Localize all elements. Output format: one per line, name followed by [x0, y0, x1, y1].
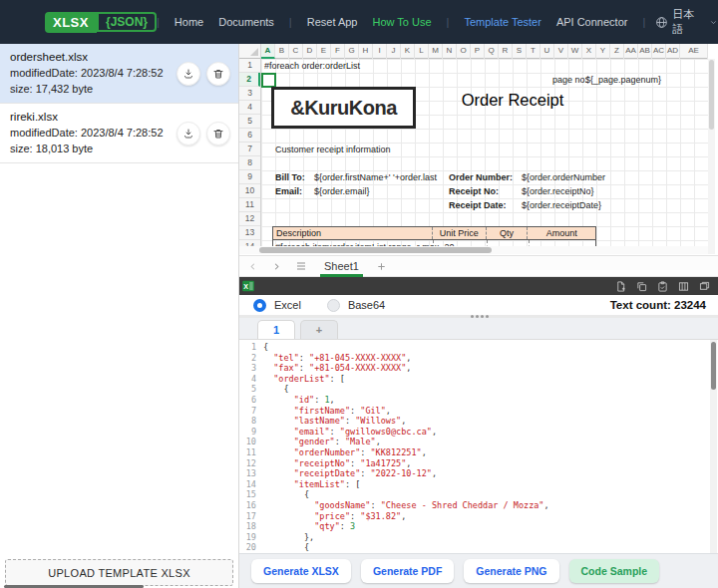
nav-item-home[interactable]: Home	[175, 16, 203, 28]
row-header-11[interactable]: 11	[239, 198, 260, 212]
column-header-D[interactable]: D	[303, 44, 317, 59]
row-header-7[interactable]: 7	[239, 143, 260, 156]
nav-item-documents[interactable]: Documents	[218, 16, 274, 28]
column-header-Q[interactable]: Q	[485, 44, 499, 59]
row-header-6[interactable]: 6	[239, 129, 260, 143]
radio-excel[interactable]	[253, 299, 266, 312]
cell-customer-info[interactable]: Customer receipt information	[275, 143, 391, 156]
cell-email-label[interactable]: Email:	[275, 184, 302, 198]
cell-receipt-no-label[interactable]: Receipt No:	[449, 184, 499, 198]
cell-page-num[interactable]: ${_page.pagenum}	[585, 73, 661, 87]
column-header-J[interactable]: J	[387, 44, 401, 59]
delete-file-button[interactable]	[206, 62, 230, 86]
column-header-L[interactable]: L	[415, 44, 429, 59]
sheet-vertical-scrollbar[interactable]	[708, 59, 715, 254]
copy-icon[interactable]	[636, 281, 647, 292]
column-header-AB[interactable]: AB	[638, 44, 652, 59]
columns-icon[interactable]	[678, 281, 689, 292]
row-header-2[interactable]: 2	[239, 73, 260, 87]
cell-order-number-value[interactable]: ${order.orderNumber	[522, 170, 605, 184]
json-tab-1[interactable]: 1	[257, 320, 295, 339]
column-header-A[interactable]: A	[261, 44, 275, 59]
column-header-AA[interactable]: AA	[624, 44, 638, 59]
editor-scrollbar[interactable]	[710, 340, 717, 553]
nav-item-template-tester[interactable]: Template Tester	[464, 16, 540, 28]
selected-cell[interactable]	[261, 73, 276, 88]
cell-page-no-label[interactable]: page no:	[552, 73, 587, 87]
cell-order-number-label[interactable]: Order Number:	[449, 170, 513, 184]
column-header-Y[interactable]: Y	[596, 44, 610, 59]
column-header-P[interactable]: P	[471, 44, 485, 59]
column-header-B[interactable]: B	[275, 44, 289, 59]
radio-excel-label[interactable]: Excel	[274, 299, 301, 311]
table-header-amount[interactable]: Amount	[528, 227, 595, 239]
delete-file-button[interactable]	[206, 122, 230, 146]
column-header-C[interactable]: C	[289, 44, 303, 59]
clipboard-check-icon[interactable]	[657, 281, 668, 292]
sheet-horizontal-scrollbar[interactable]	[239, 246, 708, 254]
column-header-Z[interactable]: Z	[610, 44, 624, 59]
radio-base64-label[interactable]: Base64	[348, 299, 385, 311]
generate-png-button[interactable]: Generate PNG	[464, 559, 558, 583]
column-header-I[interactable]: I	[373, 44, 387, 59]
spreadsheet-preview[interactable]: ABCDEFGHIJKLMNOPQRSTUVWXYZAAABACADAE 123…	[239, 44, 718, 255]
sheet-tab-sheet1[interactable]: Sheet1	[320, 255, 363, 277]
table-header-qty[interactable]: Qty	[487, 227, 529, 239]
new-file-icon[interactable]	[615, 281, 626, 292]
download-file-button[interactable]	[177, 122, 200, 146]
column-header-H[interactable]: H	[359, 44, 373, 59]
column-header-O[interactable]: O	[457, 44, 471, 59]
row-header-9[interactable]: 9	[239, 170, 260, 184]
column-header-T[interactable]: T	[527, 44, 540, 59]
row-header-4[interactable]: 4	[239, 101, 260, 115]
column-header-E[interactable]: E	[317, 44, 331, 59]
table-header-unit-price[interactable]: Unit Price	[433, 227, 487, 239]
nav-item-api-connector[interactable]: API Connector	[556, 16, 628, 28]
kurukona-logo[interactable]: &KuruKona	[271, 87, 416, 129]
row-header-1[interactable]: 1	[239, 59, 260, 73]
radio-base64[interactable]	[327, 299, 340, 312]
add-sheet-icon[interactable]	[376, 261, 387, 272]
window-icon[interactable]	[699, 281, 710, 292]
column-header-R[interactable]: R	[499, 44, 513, 59]
column-header-M[interactable]: M	[429, 44, 443, 59]
cell-bill-to-value[interactable]: ${order.firstName+' '+order.last	[314, 170, 437, 184]
select-all-corner[interactable]	[239, 44, 261, 59]
column-header-S[interactable]: S	[513, 44, 527, 59]
column-header-G[interactable]: G	[345, 44, 359, 59]
cell-receipt-no-value[interactable]: ${order.receiptNo}	[522, 184, 594, 198]
column-header-W[interactable]: W	[568, 44, 582, 59]
cell-bill-to-label[interactable]: Bill To:	[275, 170, 305, 184]
sheet-menu-icon[interactable]	[295, 260, 307, 272]
row-header-8[interactable]: 8	[239, 156, 260, 170]
generate-xlsx-button[interactable]: Generate XLSX	[251, 559, 351, 583]
code-sample-button[interactable]: Code Sample	[569, 559, 660, 583]
row-header-3[interactable]: 3	[239, 87, 260, 101]
file-list-item[interactable]: ordersheet.xlsx modifiedDate: 2023/8/4 7…	[0, 44, 238, 104]
column-header-X[interactable]: X	[582, 44, 596, 59]
file-list-item[interactable]: rireki.xlsx modifiedDate: 2023/8/4 7:28:…	[0, 104, 238, 163]
upload-template-button[interactable]: UPLOAD TEMPLATE XLSX	[5, 559, 233, 586]
generate-pdf-button[interactable]: Generate PDF	[361, 559, 454, 583]
column-header-F[interactable]: F	[331, 44, 345, 59]
sheet-next-icon[interactable]	[271, 261, 282, 272]
nav-item-reset-app[interactable]: Reset App	[307, 16, 358, 28]
column-header-U[interactable]: U	[540, 44, 554, 59]
row-header-10[interactable]: 10	[239, 184, 260, 198]
row-header-13[interactable]: 13	[239, 226, 260, 240]
json-editor[interactable]: 1{2 "tel": "+81-045-XXXX-XXXX",3 "fax": …	[239, 340, 718, 553]
cell-receipt-date-label[interactable]: Receipt Date:	[449, 198, 507, 212]
table-header-description[interactable]: Description	[273, 227, 433, 239]
add-json-tab[interactable]: +	[300, 320, 338, 339]
column-header-N[interactable]: N	[443, 44, 457, 59]
cell-foreach-order[interactable]: #foreach order:orderList	[264, 59, 360, 73]
language-selector[interactable]: 日本語	[655, 7, 718, 37]
column-header-AC[interactable]: AC	[652, 44, 666, 59]
column-header-AE[interactable]: AE	[680, 44, 708, 59]
app-logo[interactable]: XLSX {JSON}	[45, 12, 157, 33]
cell-receipt-date-value[interactable]: ${order.receiptDate}	[522, 198, 601, 212]
order-receipt-title[interactable]: Order Receipt	[439, 91, 586, 110]
row-header-12[interactable]: 12	[239, 212, 260, 226]
nav-item-how-to-use[interactable]: How To Use	[372, 16, 431, 28]
cell-email-value[interactable]: ${order.email}	[314, 184, 370, 198]
